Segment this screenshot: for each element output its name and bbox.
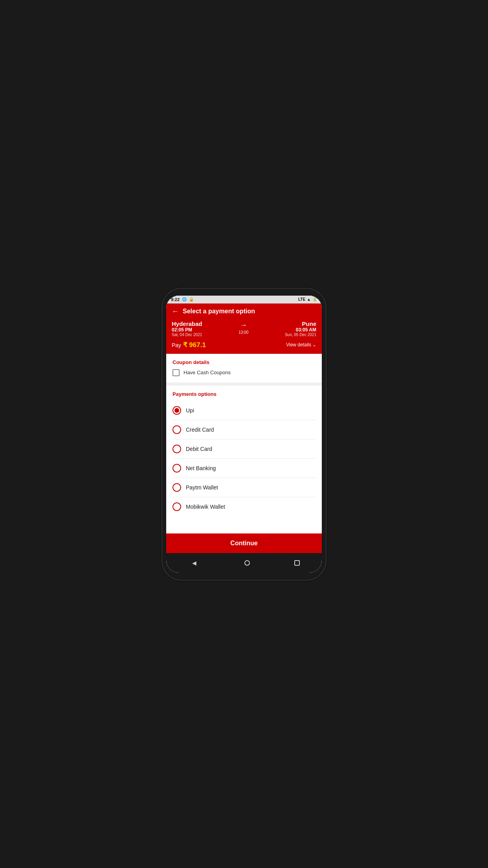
radio-paytm[interactable] [172,483,181,492]
coupon-section-title: Coupon details [172,359,316,365]
nav-home-icon[interactable] [244,560,250,566]
payment-option-net-banking[interactable]: Net Banking [172,459,316,478]
status-bar: 9:22 🌐 🔒 LTE ▲ 🔋 [166,296,322,303]
destination-time: 03:05 AM [285,327,316,333]
journey-arrow: → [240,321,247,329]
pay-label: Pay [172,342,181,348]
payment-label-net-banking: Net Banking [186,465,216,471]
radio-debit-card[interactable] [172,445,181,453]
journey-middle: → 13:00 [238,320,248,335]
network-type: LTE [298,297,305,302]
payment-option-debit-card[interactable]: Debit Card [172,440,316,459]
payment-label-upi: Upi [186,407,194,414]
header-title-row: ← Select a payment option [172,307,316,316]
coupon-label: Have Cash Coupons [183,370,231,375]
payment-label-mobikwik: Mobikwik Wallet [186,504,225,510]
status-time: 9:22 [171,297,180,302]
payments-section-title: Payments options [172,391,316,397]
payment-label-paytm: Paytm Wallet [186,484,218,491]
app-header: ← Select a payment option Hyderabad 02:0… [166,303,322,354]
pay-amount: ₹ 967.1 [183,341,206,349]
origin-date: Sat, 04 Dec 2021 [172,333,202,337]
payments-section: Payments options Upi Credit Card Debit C… [166,386,322,519]
signal-icon: ▲ [307,297,311,302]
payment-option-upi[interactable]: Upi [172,401,316,420]
pay-info: Pay ₹ 967.1 [172,341,206,349]
nav-back-icon[interactable]: ◀ [188,557,200,569]
radio-net-banking[interactable] [172,464,181,473]
origin-info: Hyderabad 02:05 PM Sat, 04 Dec 2021 [172,320,202,337]
phone-frame: 9:22 🌐 🔒 LTE ▲ 🔋 ← Select a payment opti… [161,288,327,581]
coupon-row: Have Cash Coupons [172,369,316,380]
phone-screen: 9:22 🌐 🔒 LTE ▲ 🔋 ← Select a payment opti… [166,296,322,573]
radio-upi[interactable] [172,406,181,415]
payment-option-mobikwik[interactable]: Mobikwik Wallet [172,497,316,516]
continue-button[interactable]: Continue [166,533,322,553]
status-icon-1: 🌐 [182,297,187,302]
destination-info: Pune 03:05 AM Sun, 05 Dec 2021 [285,320,316,337]
status-left: 9:22 🌐 🔒 [171,297,194,302]
payment-option-credit-card[interactable]: Credit Card [172,420,316,440]
page-title: Select a payment option [183,308,255,315]
payment-label-credit-card: Credit Card [186,427,214,433]
origin-time: 02:05 PM [172,327,202,333]
journey-duration: 13:00 [238,330,248,335]
payment-label-debit-card: Debit Card [186,446,212,452]
nav-bar: ◀ [166,553,322,573]
battery-icon: 🔋 [312,297,317,302]
status-right: LTE ▲ 🔋 [298,297,317,302]
coupon-checkbox[interactable] [172,369,180,376]
destination-date: Sun, 05 Dec 2021 [285,333,316,337]
payment-option-paytm[interactable]: Paytm Wallet [172,478,316,497]
back-button[interactable]: ← [172,307,179,316]
radio-mobikwik[interactable] [172,502,181,511]
section-divider [166,383,322,386]
origin-city: Hyderabad [172,320,202,327]
nav-recents-icon[interactable] [294,560,300,566]
radio-credit-card[interactable] [172,425,181,434]
status-icon-2: 🔒 [189,297,194,302]
pay-row: Pay ₹ 967.1 View details ⌄ [172,341,316,349]
main-content: Coupon details Have Cash Coupons Payment… [166,354,322,533]
destination-city: Pune [285,320,316,327]
journey-info: Hyderabad 02:05 PM Sat, 04 Dec 2021 → 13… [172,320,316,337]
view-details-button[interactable]: View details ⌄ [286,342,316,348]
coupon-section: Coupon details Have Cash Coupons [166,354,322,383]
